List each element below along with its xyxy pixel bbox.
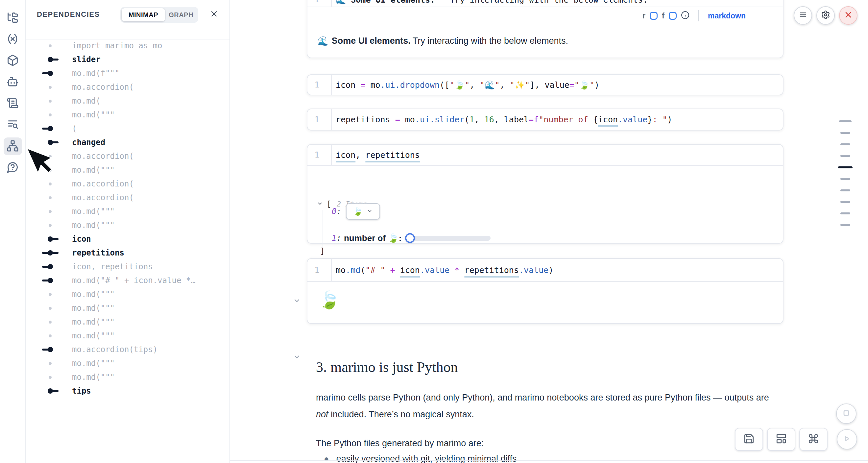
minimap-row[interactable]: icon — [26, 232, 229, 246]
minimap-row[interactable]: mo.md(""" — [26, 108, 229, 122]
sidebar-item-variables[interactable] — [4, 31, 22, 48]
minimap-label: mo.md(""" — [72, 304, 115, 313]
run-button[interactable] — [837, 429, 857, 450]
cell1-code-editor[interactable]: 1 icon = mo.ui.dropdown(["🍃", "🌊", "✨"],… — [307, 75, 783, 95]
shutdown-button[interactable] — [839, 6, 858, 25]
minimap-row[interactable]: mo.md(""" — [26, 218, 229, 232]
save-floppy-icon — [743, 433, 754, 445]
layout-button[interactable] — [767, 428, 795, 451]
outline-mark[interactable] — [840, 178, 850, 180]
minimap-label: mo.md(""" — [72, 207, 115, 216]
minimap-row[interactable]: mo.accordion( — [26, 191, 229, 205]
line-number: 1 — [307, 259, 332, 281]
minimap-row[interactable]: mo.accordion(tips) — [26, 343, 229, 357]
info-icon[interactable] — [681, 11, 689, 21]
collapse-output-button[interactable] — [292, 296, 301, 305]
minimap-label: mo.accordion( — [72, 193, 134, 202]
folder-tree-icon — [7, 11, 19, 25]
minimap-row[interactable]: icon, repetitions — [26, 260, 229, 274]
panel-close-button[interactable] — [210, 10, 219, 19]
outline-mark[interactable] — [840, 212, 850, 214]
sidebar-item-help[interactable] — [4, 159, 22, 177]
minimap-row[interactable]: slider — [26, 53, 229, 66]
minimap-row[interactable]: mo.md(""" — [26, 357, 229, 370]
slider-track[interactable] — [410, 236, 491, 241]
icon-dropdown-widget[interactable]: 🍃 — [346, 203, 380, 220]
outline-mark[interactable] — [840, 189, 850, 191]
minimap-label: mo.md(""" — [72, 165, 115, 175]
settings-button[interactable] — [816, 6, 835, 25]
play-icon — [842, 434, 851, 444]
minimap-marker-dot — [26, 108, 72, 122]
minimap-row[interactable]: mo.md(""" — [26, 315, 229, 329]
stop-button[interactable] — [836, 403, 857, 424]
minimap-row[interactable]: changed — [26, 135, 229, 149]
reactive-checkbox[interactable] — [650, 12, 658, 20]
outline-mark[interactable] — [840, 201, 850, 203]
minimap-row[interactable]: mo.md(""" — [26, 301, 229, 315]
minimap-marker-use — [26, 260, 72, 274]
minimap-label: import marimo as mo — [72, 41, 162, 50]
minimap-marker-use — [26, 343, 72, 357]
minimap-row[interactable]: mo.accordion( — [26, 80, 229, 94]
cell2-code-line: repetitions = mo.ui.slider(1, 16, label=… — [332, 115, 672, 124]
cell4-code-editor[interactable]: 1 mo.md("# " + icon.value * repetitions.… — [307, 259, 783, 282]
minimap-row[interactable]: tips — [26, 384, 229, 398]
layout-template-icon — [776, 433, 787, 445]
cell-repetitions-slider: 1 repetitions = mo.ui.slider(1, 16, labe… — [307, 109, 783, 130]
slider-handle[interactable] — [405, 233, 415, 243]
package-box-icon — [7, 54, 19, 68]
outline-mark[interactable] — [838, 166, 852, 168]
chevron-down-icon — [292, 357, 301, 362]
outline-mark[interactable] — [840, 132, 850, 134]
cell0-code-editor[interactable]: 1 🌊 Some UI elements. Try interacting wi… — [307, 0, 783, 7]
minimap-marker-dot — [26, 94, 72, 108]
cell2-code-editor[interactable]: 1 repetitions = mo.ui.slider(1, 16, labe… — [307, 109, 783, 130]
minimap-marker-dot — [26, 218, 72, 232]
output-item-0: 0: 🍃 — [332, 203, 380, 220]
repetitions-slider-widget — [405, 230, 496, 246]
tab-minimap[interactable]: MINIMAP — [122, 8, 165, 21]
minimap-label: mo.md(""" — [72, 317, 115, 327]
notebook-menu-button[interactable] — [794, 6, 812, 25]
sidebar-item-ai-assistant[interactable] — [4, 73, 22, 91]
collapse-section-button[interactable] — [292, 352, 301, 361]
command-palette-button[interactable] — [799, 428, 828, 451]
minimap-label: repetitions — [72, 248, 124, 257]
format-checkbox[interactable] — [669, 12, 677, 20]
language-mode-button[interactable]: markdown — [708, 11, 746, 21]
minimap-row[interactable]: mo.accordion( — [26, 177, 229, 191]
sidebar-item-snippets[interactable] — [4, 116, 22, 134]
minimap-row[interactable]: mo.md("# " + icon.value *… — [26, 274, 229, 287]
minimap-marker-def — [26, 384, 72, 398]
outline-mark[interactable] — [840, 224, 850, 226]
sidebar-item-packages[interactable] — [4, 52, 22, 70]
sidebar-item-file-explorer[interactable] — [4, 9, 22, 27]
outline-mark[interactable] — [840, 143, 850, 145]
minimap-row[interactable]: repetitions — [26, 246, 229, 260]
minimap-row[interactable]: import marimo as mo — [26, 39, 229, 53]
outline-mark[interactable] — [839, 120, 851, 122]
minimap-row[interactable]: mo.md(f""" — [26, 66, 229, 80]
sidebar-item-dependencies[interactable] — [4, 137, 22, 155]
minimap-marker-dot — [26, 39, 72, 53]
minimap-row[interactable]: mo.md(""" — [26, 287, 229, 301]
minimap-row[interactable]: mo.md(""" — [26, 370, 229, 384]
chevron-down-icon — [317, 200, 323, 208]
bullet-marker: ● — [324, 454, 329, 463]
minimap-label: mo.accordion( — [72, 83, 134, 92]
minimap-row[interactable]: mo.md(""" — [26, 329, 229, 343]
minimap-marker-dot — [26, 329, 72, 343]
minimap-row[interactable]: mo.md( — [26, 94, 229, 108]
save-button[interactable] — [735, 428, 763, 451]
minimap-label: mo.md(f""" — [72, 69, 120, 78]
output-text: Try interacting with the below elements. — [413, 36, 568, 46]
minimap-label: icon — [72, 235, 91, 244]
sidebar-item-logs[interactable] — [4, 95, 22, 113]
minimap-row[interactable]: ( — [26, 122, 229, 135]
minimap-label: mo.md( — [72, 96, 101, 105]
outline-mark[interactable] — [840, 155, 850, 157]
cell3-code-editor[interactable]: 1 icon, repetitions — [307, 145, 783, 166]
tab-graph[interactable]: GRAPH — [165, 8, 197, 21]
minimap-row[interactable]: mo.md(""" — [26, 205, 229, 218]
